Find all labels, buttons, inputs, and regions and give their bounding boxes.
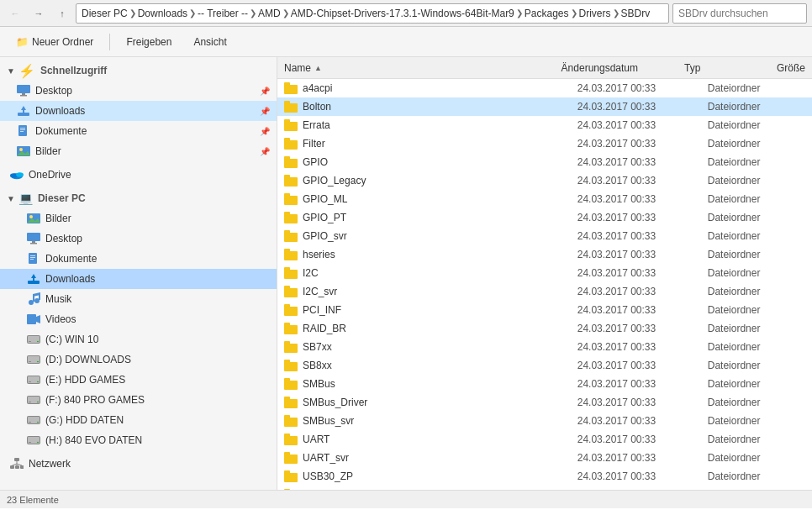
file-name-cell: GPIO_ML [284,193,577,205]
thispc-arrow: ▼ [7,194,15,203]
table-row[interactable]: SB7xx 24.03.2017 00:33 Dateiordner [277,338,812,356]
sidebar-item-bilder-quick[interactable]: Bilder 📌 [0,141,277,161]
file-type-cell: Dateiordner [708,119,805,131]
table-row[interactable]: GPIO_svr 24.03.2017 00:33 Dateiordner [277,227,812,245]
table-row[interactable]: UART 24.03.2017 00:33 Dateiordner [277,430,812,449]
sidebar-item-network[interactable]: Netzwerk [0,454,277,474]
svg-point-14 [16,172,24,176]
table-row[interactable]: Errata 24.03.2017 00:33 Dateiordner [277,116,812,134]
col-header-type[interactable]: Typ [684,62,777,74]
pictures-icon-quick [17,145,30,158]
table-row[interactable]: SB8xx 24.03.2017 00:33 Dateiordner [277,356,812,375]
path-amd[interactable]: AMD [258,8,281,19]
svg-rect-18 [27,233,40,241]
table-row[interactable]: SMBus_svr 24.03.2017 00:33 Dateiordner [277,412,812,430]
path-drivers[interactable]: Drivers [579,8,611,19]
path-treiber[interactable]: -- Treiber -- [198,8,248,19]
table-row[interactable]: Filter 24.03.2017 00:33 Dateiordner [277,134,812,153]
file-type-cell: Dateiordner [708,249,805,260]
sidebar-item-dokumente-pc[interactable]: Dokumente [0,249,277,269]
table-row[interactable]: I2C_svr 24.03.2017 00:33 Dateiordner [277,282,812,301]
folder-icon [284,175,298,187]
path-sbdrv[interactable]: SBDrv [621,8,651,19]
sidebar-item-onedrive[interactable]: OneDrive [0,165,277,185]
view-button[interactable]: Ansicht [184,30,235,54]
table-row[interactable]: Bolton 24.03.2017 00:33 Dateiordner [277,97,812,116]
file-date-cell: 24.03.2017 00:33 [577,82,708,94]
sidebar-item-desktop-quick[interactable]: Desktop 📌 [0,81,277,101]
sidebar-item-downloads-quick[interactable]: Downloads 📌 [0,101,277,121]
sidebar-item-drive-f[interactable]: (F:) 840 PRO GAMES [0,390,277,410]
file-name-cell: hseries [284,249,577,260]
up-button[interactable]: ↑ [52,3,72,24]
sidebar-section-thispc[interactable]: ▼ 💻 Dieser PC [0,188,277,208]
svg-rect-52 [29,422,31,423]
sidebar-item-downloads-pc[interactable]: Downloads [0,269,277,289]
table-row[interactable]: SMBus 24.03.2017 00:33 Dateiordner [277,375,812,393]
file-name-cell: PCI_INF [284,304,577,316]
file-name-cell: I2C_svr [284,286,577,297]
table-row[interactable]: RAID_BR 24.03.2017 00:33 Dateiordner [277,319,812,338]
file-name-cell: I2C [284,267,577,279]
search-input[interactable] [672,3,807,24]
svg-rect-58 [14,458,19,461]
sidebar-item-bilder-pc[interactable]: Bilder [0,208,277,229]
sidebar-item-drive-e[interactable]: (E:) HDD GAMES [0,370,277,390]
path-packages[interactable]: Packages [525,8,569,19]
col-header-date[interactable]: Änderungsdatum [562,62,685,74]
folder-icon [284,470,298,482]
table-row[interactable]: a4acpi 24.03.2017 00:33 Dateiordner [277,79,812,97]
sidebar-item-drive-h[interactable]: (H:) 840 EVO DATEN [0,430,277,450]
folder-icon [284,82,298,94]
svg-rect-44 [29,381,31,382]
address-path[interactable]: Dieser PC ❯ Downloads ❯ -- Treiber -- ❯ … [76,3,669,24]
svg-point-49 [37,402,39,403]
svg-line-64 [17,464,22,465]
sidebar-item-drive-c[interactable]: (C:) WIN 10 [0,329,277,349]
file-type-cell: Dateiordner [708,470,805,482]
file-date-cell: 24.03.2017 00:33 [577,156,708,168]
svg-point-37 [37,341,39,343]
svg-rect-5 [18,125,27,136]
videos-icon [27,313,40,326]
sidebar-item-desktop-pc[interactable]: Desktop [0,229,277,249]
svg-rect-3 [18,113,29,116]
file-name-cell: USB31_PT [284,489,577,490]
col-header-size[interactable]: Größe [777,62,805,74]
back-button[interactable]: ← [5,3,25,24]
column-header: Name ▲ Änderungsdatum Typ Größe [277,57,812,79]
table-row[interactable]: SMBus_Driver 24.03.2017 00:33 Dateiordne… [277,393,812,412]
table-row[interactable]: GPIO_ML 24.03.2017 00:33 Dateiordner [277,190,812,208]
path-chipset[interactable]: AMD-Chipset-Drivers-17.3.1-Windows-64Bit… [291,8,514,19]
col-header-name[interactable]: Name ▲ [284,62,562,74]
new-folder-button[interactable]: 📁 Neuer Ordner [7,30,103,54]
sidebar-item-drive-d[interactable]: (D:) DOWNLOADS [0,349,277,370]
table-row[interactable]: GPIO 24.03.2017 00:33 Dateiordner [277,153,812,171]
table-row[interactable]: USB31_PT 24.03.2017 00:33 Dateiordner [277,486,812,490]
table-row[interactable]: GPIO_Legacy 24.03.2017 00:33 Dateiordner [277,171,812,190]
path-dieser-pc[interactable]: Dieser PC [82,8,128,19]
table-row[interactable]: UART_svr 24.03.2017 00:33 Dateiordner [277,449,812,467]
path-downloads[interactable]: Downloads [138,8,187,19]
desktop-icon-pc [27,232,40,245]
drive-g-icon [27,413,40,427]
table-row[interactable]: PCI_INF 24.03.2017 00:33 Dateiordner [277,301,812,319]
sidebar-section-quickaccess[interactable]: ▼ ⚡ Schnellzugriff [0,60,277,81]
svg-rect-8 [20,131,24,132]
table-row[interactable]: USB30_ZP 24.03.2017 00:33 Dateiordner [277,467,812,486]
forward-button[interactable]: → [29,3,49,24]
sidebar-item-drive-g[interactable]: (G:) HDD DATEN [0,410,277,430]
share-button[interactable]: Freigeben [117,30,181,54]
table-row[interactable]: hseries 24.03.2017 00:33 Dateiordner [277,245,812,264]
file-type-cell: Dateiordner [708,415,805,427]
sidebar-item-musik[interactable]: Musik [0,289,277,309]
sidebar-item-dokumente-quick[interactable]: Dokumente 📌 [0,121,277,141]
table-row[interactable]: I2C 24.03.2017 00:33 Dateiordner [277,264,812,282]
pin-icon-2: 📌 [260,107,270,116]
folder-icon [284,452,298,464]
file-date-cell: 24.03.2017 00:33 [577,452,708,464]
svg-point-16 [29,215,33,218]
svg-rect-56 [29,442,31,443]
sidebar-item-videos[interactable]: Videos [0,309,277,329]
table-row[interactable]: GPIO_PT 24.03.2017 00:33 Dateiordner [277,208,812,227]
